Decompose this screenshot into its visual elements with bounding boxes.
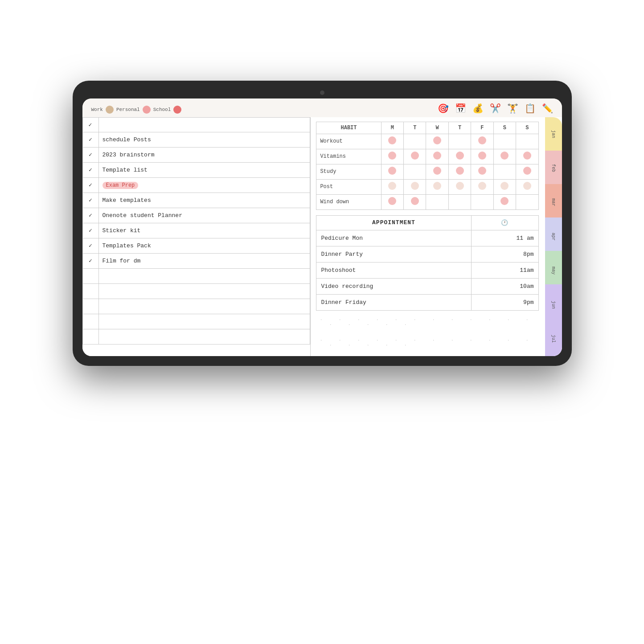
table-row <box>82 283 310 299</box>
habit-cell[interactable] <box>471 134 493 149</box>
mar-tab[interactable]: mar <box>545 185 562 220</box>
apr-tab[interactable]: apr <box>545 219 562 254</box>
habit-cell[interactable] <box>381 179 403 194</box>
habit-cell[interactable] <box>381 194 403 209</box>
goal-icon[interactable]: 🎯 <box>438 103 449 114</box>
task-checkbox[interactable] <box>82 299 98 314</box>
planner-header: Work Personal School 🎯 📅 💰 ✂️ 🏋️ 📋 ✏️ <box>82 98 562 117</box>
habit-col-header: S <box>516 122 539 134</box>
task-text: Templates Pack <box>98 238 310 253</box>
task-checkbox[interactable]: ✓ <box>82 208 98 223</box>
habit-name: Study <box>316 164 381 179</box>
habit-cell[interactable] <box>471 164 493 179</box>
habit-cell[interactable] <box>426 134 448 149</box>
habit-cell[interactable] <box>381 134 403 149</box>
appointment-time: 10am <box>471 278 538 294</box>
habit-cell[interactable] <box>448 179 471 194</box>
dots-decoration: . . . . . . . . . . . . . . . . . <box>316 311 538 331</box>
table-row: ✓Templates Pack <box>82 238 310 253</box>
habit-cell[interactable] <box>426 179 448 194</box>
habit-cell[interactable] <box>404 134 426 149</box>
habit-cell[interactable] <box>426 194 448 209</box>
habit-cell[interactable] <box>404 179 426 194</box>
habit-cell[interactable] <box>448 134 471 149</box>
table-row <box>82 268 310 283</box>
habit-cell[interactable] <box>381 164 403 179</box>
task-checkbox[interactable]: ✓ <box>82 147 98 162</box>
scissors-icon[interactable]: ✂️ <box>490 103 501 114</box>
habit-cell[interactable] <box>471 149 493 164</box>
habit-name: Vitamins <box>316 149 381 164</box>
task-checkbox[interactable] <box>82 268 98 283</box>
task-checkbox[interactable] <box>82 329 98 344</box>
cat-personal-label: Personal <box>116 107 140 112</box>
appt-header: APPOINTMENT <box>316 215 471 230</box>
header-icons: 🎯 📅 💰 ✂️ 🏋️ 📋 ✏️ <box>438 103 553 114</box>
habit-cell[interactable] <box>516 134 539 149</box>
habit-table: HABITMTWTFSS WorkoutVitaminsStudyPostWin… <box>316 122 538 210</box>
appointment-row: Photoshoot11am <box>316 262 538 278</box>
task-checkbox[interactable] <box>82 314 98 329</box>
task-checkbox[interactable]: ✓ <box>82 238 98 253</box>
habit-row: Wind down <box>316 194 538 209</box>
task-checkbox[interactable] <box>82 283 98 299</box>
task-checkbox[interactable]: ✓ <box>82 162 98 177</box>
tasks-panel: ✓ ✓schedule Posts✓2023 brainstorm✓Templa… <box>82 117 311 356</box>
pencil-icon[interactable]: ✏️ <box>542 103 553 114</box>
money-icon[interactable]: 💰 <box>472 103 484 114</box>
tablet-screen: Work Personal School 🎯 📅 💰 ✂️ 🏋️ 📋 ✏️ <box>82 98 562 356</box>
habit-cell[interactable] <box>448 149 471 164</box>
habit-cell[interactable] <box>493 134 516 149</box>
habit-col-header: S <box>493 122 516 134</box>
habit-cell[interactable] <box>404 194 426 209</box>
appointment-row: Video recording10am <box>316 278 538 294</box>
habit-cell[interactable] <box>516 164 539 179</box>
jun-tab[interactable]: jun <box>545 287 562 322</box>
habit-col-header: F <box>471 122 493 134</box>
appointment-row: Dinner Party8pm <box>316 246 538 262</box>
habit-cell[interactable] <box>404 149 426 164</box>
table-row: ✓Make templates <box>82 193 310 208</box>
habit-cell[interactable] <box>381 149 403 164</box>
habit-cell[interactable] <box>493 179 516 194</box>
habit-cell[interactable] <box>471 179 493 194</box>
habit-cell[interactable] <box>448 194 471 209</box>
habit-col-header: W <box>426 122 448 134</box>
task-checkbox[interactable]: ✓ <box>82 223 98 238</box>
feb-tab[interactable]: feb <box>545 151 562 185</box>
note-icon[interactable]: 📋 <box>525 103 536 114</box>
habit-row: Study <box>316 164 538 179</box>
habit-cell[interactable] <box>516 179 539 194</box>
habit-cell[interactable] <box>493 149 516 164</box>
table-row <box>82 329 310 344</box>
calendar-icon[interactable]: 📅 <box>455 103 466 114</box>
task-checkbox[interactable]: ✓ <box>82 132 98 147</box>
task-text: Film for dm <box>98 253 310 268</box>
tasks-header <box>98 117 310 132</box>
habit-cell[interactable] <box>426 149 448 164</box>
habit-cell[interactable] <box>493 194 516 209</box>
appointment-time: 11 am <box>471 230 538 246</box>
table-row: ✓2023 brainstorm <box>82 147 310 162</box>
cat-work-label: Work <box>91 107 103 112</box>
task-text: Sticker kit <box>98 223 310 238</box>
right-content: HABITMTWTFSS WorkoutVitaminsStudyPostWin… <box>311 117 544 356</box>
habit-cell[interactable] <box>404 164 426 179</box>
habit-cell[interactable] <box>516 194 539 209</box>
check-header: ✓ <box>82 117 98 132</box>
jul-tab[interactable]: jul <box>545 322 562 356</box>
task-checkbox[interactable]: ✓ <box>82 253 98 268</box>
task-checkbox[interactable]: ✓ <box>82 177 98 193</box>
task-checkbox[interactable]: ✓ <box>82 193 98 208</box>
habit-col-header: T <box>404 122 426 134</box>
habit-cell[interactable] <box>493 164 516 179</box>
habit-cell[interactable] <box>426 164 448 179</box>
habit-name: Wind down <box>316 194 381 209</box>
fitness-icon[interactable]: 🏋️ <box>507 103 518 114</box>
task-text: Template list <box>98 162 310 177</box>
habit-cell[interactable] <box>516 149 539 164</box>
jan-tab[interactable]: jan <box>545 117 562 152</box>
may-tab[interactable]: may <box>545 254 562 288</box>
habit-cell[interactable] <box>471 194 493 209</box>
habit-cell[interactable] <box>448 164 471 179</box>
